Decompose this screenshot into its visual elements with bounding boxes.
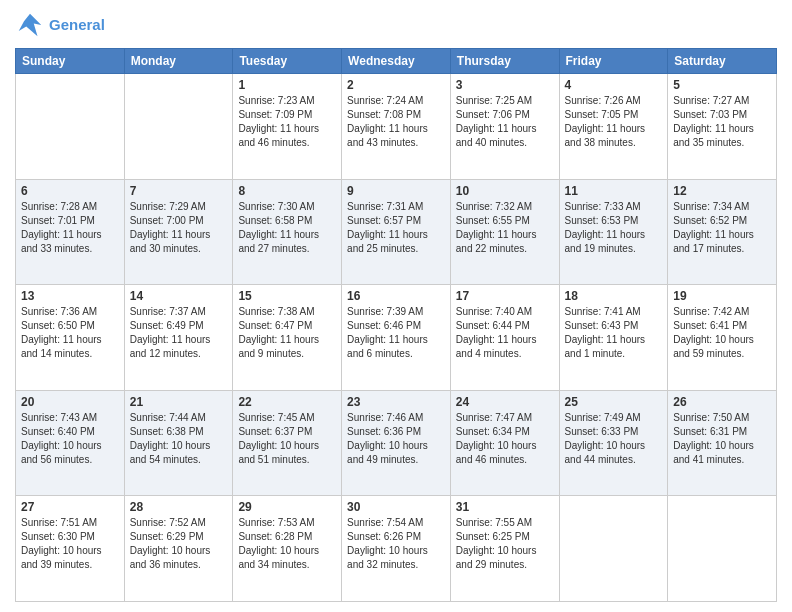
calendar-cell: 9Sunrise: 7:31 AMSunset: 6:57 PMDaylight… (342, 179, 451, 285)
day-number: 6 (21, 184, 119, 198)
daylight-text: Daylight: 10 hours and 54 minutes. (130, 440, 211, 465)
sunrise-text: Sunrise: 7:55 AM (456, 517, 532, 528)
day-number: 13 (21, 289, 119, 303)
sunset-text: Sunset: 6:58 PM (238, 215, 312, 226)
sunset-text: Sunset: 7:01 PM (21, 215, 95, 226)
sunrise-text: Sunrise: 7:37 AM (130, 306, 206, 317)
daylight-text: Daylight: 10 hours and 39 minutes. (21, 545, 102, 570)
calendar-cell: 22Sunrise: 7:45 AMSunset: 6:37 PMDayligh… (233, 390, 342, 496)
sunset-text: Sunset: 6:36 PM (347, 426, 421, 437)
day-info: Sunrise: 7:42 AMSunset: 6:41 PMDaylight:… (673, 305, 771, 361)
sunrise-text: Sunrise: 7:51 AM (21, 517, 97, 528)
calendar-cell: 14Sunrise: 7:37 AMSunset: 6:49 PMDayligh… (124, 285, 233, 391)
day-number: 12 (673, 184, 771, 198)
calendar-cell: 2Sunrise: 7:24 AMSunset: 7:08 PMDaylight… (342, 74, 451, 180)
calendar-cell: 16Sunrise: 7:39 AMSunset: 6:46 PMDayligh… (342, 285, 451, 391)
sunrise-text: Sunrise: 7:23 AM (238, 95, 314, 106)
daylight-text: Daylight: 11 hours and 14 minutes. (21, 334, 102, 359)
day-number: 11 (565, 184, 663, 198)
calendar-cell: 21Sunrise: 7:44 AMSunset: 6:38 PMDayligh… (124, 390, 233, 496)
daylight-text: Daylight: 11 hours and 27 minutes. (238, 229, 319, 254)
sunrise-text: Sunrise: 7:44 AM (130, 412, 206, 423)
sunset-text: Sunset: 6:47 PM (238, 320, 312, 331)
day-number: 22 (238, 395, 336, 409)
sunset-text: Sunset: 6:57 PM (347, 215, 421, 226)
sunset-text: Sunset: 7:03 PM (673, 109, 747, 120)
sunrise-text: Sunrise: 7:29 AM (130, 201, 206, 212)
day-info: Sunrise: 7:52 AMSunset: 6:29 PMDaylight:… (130, 516, 228, 572)
day-info: Sunrise: 7:30 AMSunset: 6:58 PMDaylight:… (238, 200, 336, 256)
calendar-cell: 25Sunrise: 7:49 AMSunset: 6:33 PMDayligh… (559, 390, 668, 496)
day-number: 31 (456, 500, 554, 514)
sunrise-text: Sunrise: 7:38 AM (238, 306, 314, 317)
sunrise-text: Sunrise: 7:53 AM (238, 517, 314, 528)
sunrise-text: Sunrise: 7:34 AM (673, 201, 749, 212)
svg-marker-0 (19, 14, 42, 37)
calendar-cell: 15Sunrise: 7:38 AMSunset: 6:47 PMDayligh… (233, 285, 342, 391)
calendar-week-row: 27Sunrise: 7:51 AMSunset: 6:30 PMDayligh… (16, 496, 777, 602)
daylight-text: Daylight: 10 hours and 34 minutes. (238, 545, 319, 570)
calendar-cell: 27Sunrise: 7:51 AMSunset: 6:30 PMDayligh… (16, 496, 125, 602)
day-info: Sunrise: 7:34 AMSunset: 6:52 PMDaylight:… (673, 200, 771, 256)
calendar-header-saturday: Saturday (668, 49, 777, 74)
sunset-text: Sunset: 6:34 PM (456, 426, 530, 437)
day-info: Sunrise: 7:32 AMSunset: 6:55 PMDaylight:… (456, 200, 554, 256)
daylight-text: Daylight: 11 hours and 6 minutes. (347, 334, 428, 359)
calendar-cell: 7Sunrise: 7:29 AMSunset: 7:00 PMDaylight… (124, 179, 233, 285)
sunrise-text: Sunrise: 7:31 AM (347, 201, 423, 212)
sunrise-text: Sunrise: 7:43 AM (21, 412, 97, 423)
daylight-text: Daylight: 10 hours and 49 minutes. (347, 440, 428, 465)
day-number: 21 (130, 395, 228, 409)
daylight-text: Daylight: 11 hours and 30 minutes. (130, 229, 211, 254)
calendar-cell (559, 496, 668, 602)
day-number: 25 (565, 395, 663, 409)
day-number: 26 (673, 395, 771, 409)
sunrise-text: Sunrise: 7:52 AM (130, 517, 206, 528)
calendar-header-thursday: Thursday (450, 49, 559, 74)
calendar-cell: 23Sunrise: 7:46 AMSunset: 6:36 PMDayligh… (342, 390, 451, 496)
sunset-text: Sunset: 7:09 PM (238, 109, 312, 120)
sunrise-text: Sunrise: 7:24 AM (347, 95, 423, 106)
sunrise-text: Sunrise: 7:45 AM (238, 412, 314, 423)
day-number: 4 (565, 78, 663, 92)
calendar-week-row: 20Sunrise: 7:43 AMSunset: 6:40 PMDayligh… (16, 390, 777, 496)
calendar-cell: 28Sunrise: 7:52 AMSunset: 6:29 PMDayligh… (124, 496, 233, 602)
sunset-text: Sunset: 6:44 PM (456, 320, 530, 331)
sunset-text: Sunset: 7:06 PM (456, 109, 530, 120)
day-info: Sunrise: 7:53 AMSunset: 6:28 PMDaylight:… (238, 516, 336, 572)
calendar-cell: 12Sunrise: 7:34 AMSunset: 6:52 PMDayligh… (668, 179, 777, 285)
daylight-text: Daylight: 10 hours and 41 minutes. (673, 440, 754, 465)
calendar-cell: 26Sunrise: 7:50 AMSunset: 6:31 PMDayligh… (668, 390, 777, 496)
day-info: Sunrise: 7:38 AMSunset: 6:47 PMDaylight:… (238, 305, 336, 361)
daylight-text: Daylight: 11 hours and 38 minutes. (565, 123, 646, 148)
sunset-text: Sunset: 6:25 PM (456, 531, 530, 542)
day-number: 30 (347, 500, 445, 514)
calendar-cell: 6Sunrise: 7:28 AMSunset: 7:01 PMDaylight… (16, 179, 125, 285)
day-info: Sunrise: 7:43 AMSunset: 6:40 PMDaylight:… (21, 411, 119, 467)
day-number: 19 (673, 289, 771, 303)
sunrise-text: Sunrise: 7:36 AM (21, 306, 97, 317)
day-info: Sunrise: 7:31 AMSunset: 6:57 PMDaylight:… (347, 200, 445, 256)
daylight-text: Daylight: 11 hours and 17 minutes. (673, 229, 754, 254)
day-number: 27 (21, 500, 119, 514)
day-number: 20 (21, 395, 119, 409)
sunset-text: Sunset: 6:29 PM (130, 531, 204, 542)
logo-text: General (49, 17, 105, 34)
daylight-text: Daylight: 11 hours and 4 minutes. (456, 334, 537, 359)
day-number: 29 (238, 500, 336, 514)
calendar-cell: 3Sunrise: 7:25 AMSunset: 7:06 PMDaylight… (450, 74, 559, 180)
day-number: 5 (673, 78, 771, 92)
day-info: Sunrise: 7:41 AMSunset: 6:43 PMDaylight:… (565, 305, 663, 361)
calendar-cell: 4Sunrise: 7:26 AMSunset: 7:05 PMDaylight… (559, 74, 668, 180)
day-info: Sunrise: 7:39 AMSunset: 6:46 PMDaylight:… (347, 305, 445, 361)
daylight-text: Daylight: 10 hours and 59 minutes. (673, 334, 754, 359)
sunrise-text: Sunrise: 7:25 AM (456, 95, 532, 106)
daylight-text: Daylight: 10 hours and 32 minutes. (347, 545, 428, 570)
sunrise-text: Sunrise: 7:40 AM (456, 306, 532, 317)
daylight-text: Daylight: 11 hours and 35 minutes. (673, 123, 754, 148)
calendar-cell: 17Sunrise: 7:40 AMSunset: 6:44 PMDayligh… (450, 285, 559, 391)
sunset-text: Sunset: 7:00 PM (130, 215, 204, 226)
day-info: Sunrise: 7:36 AMSunset: 6:50 PMDaylight:… (21, 305, 119, 361)
day-number: 1 (238, 78, 336, 92)
sunset-text: Sunset: 6:53 PM (565, 215, 639, 226)
